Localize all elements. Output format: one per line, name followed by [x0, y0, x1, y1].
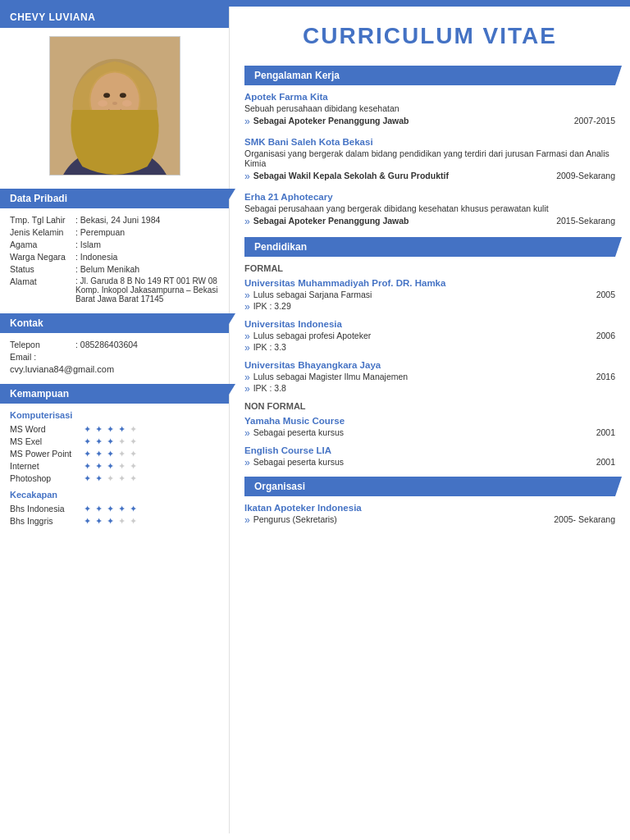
edu-item-1: Universitas Muhammadiyah Prof. DR. Hamka… — [244, 278, 615, 313]
company-3-name: Erha 21 Aphotecary — [244, 192, 615, 202]
skill-bhs-indonesia-label: Bhs Indonesia — [10, 504, 84, 514]
pengalaman-header: Pengalaman Kerja — [244, 66, 615, 85]
edu-row-1a: » Lulus sebagai Sarjana Farmasi 2005 — [244, 290, 615, 301]
svg-point-6 — [119, 93, 126, 98]
svg-point-8 — [98, 100, 107, 107]
status-row: Status : Belum Menikah — [10, 264, 219, 274]
star-icon: ✦ — [130, 516, 139, 526]
job-left-3: » Sebagai Apoteker Penanggung Jawab — [244, 216, 409, 227]
star-icon: ✦ — [84, 504, 94, 514]
nonformal-item-2: English Course LIA » Sebagai peserta kur… — [244, 445, 615, 468]
arrow-icon: » — [244, 290, 250, 301]
edu-left-3a: » Lulus sebagai Magister Ilmu Manajemen — [244, 372, 408, 383]
star-icon: ✦ — [107, 449, 116, 459]
skill-msexel-stars: ✦ ✦ ✦ ✦ ✦ — [84, 436, 139, 446]
job-row-3: » Sebagai Apoteker Penanggung Jawab 2015… — [244, 216, 615, 227]
star-icon: ✦ — [95, 436, 105, 446]
nonformal-row-2: » Sebagai peserta kursus 2001 — [244, 457, 615, 468]
pendidikan-section: FORMAL Universitas Muhammadiyah Prof. DR… — [230, 263, 630, 468]
skill-msexel-label: MS Exel — [10, 436, 84, 446]
komputerisasi-title: Komputerisasi — [10, 410, 219, 420]
uni-1-name: Universitas Muhammadiyah Prof. DR. Hamka — [244, 278, 615, 288]
skill-bhs-inggris: Bhs Inggris ✦ ✦ ✦ ✦ ✦ — [10, 516, 219, 526]
arrow-icon: » — [244, 383, 250, 395]
job-left-2: » Sebagai Wakil Kepala Sekolah & Guru Pr… — [244, 171, 449, 182]
arrow-icon: » — [244, 216, 250, 227]
nationality-value: : Indonesia — [75, 252, 219, 262]
edu-item-2: Universitas Indonesia » Lulus sebagai pr… — [244, 319, 615, 354]
svg-point-5 — [103, 93, 110, 98]
course-1-year: 2001 — [588, 427, 615, 437]
skill-photoshop-stars: ✦ ✦ ✦ ✦ ✦ — [84, 473, 139, 483]
kontak-content: Telepon : 085286403604 Email : cvy.luvia… — [0, 340, 229, 374]
edu-year-2: 2006 — [588, 331, 615, 340]
star-icon: ✦ — [107, 473, 116, 483]
nonformal-left-1: » Sebagai peserta kursus — [244, 427, 344, 439]
skill-internet-stars: ✦ ✦ ✦ ✦ ✦ — [84, 461, 139, 471]
skill-msword-label: MS Word — [10, 424, 84, 434]
star-icon: ✦ — [84, 436, 94, 446]
birth-row: Tmp. Tgl Lahir : Bekasi, 24 Juni 1984 — [10, 215, 219, 225]
skill-photoshop-label: Photoshop — [10, 473, 84, 483]
edu-degree-1: Lulus sebagai Sarjana Farmasi — [253, 290, 372, 299]
arrow-icon: » — [244, 171, 250, 182]
course-2-year: 2001 — [588, 457, 615, 467]
skill-powerpoint-label: MS Power Point — [10, 449, 84, 459]
pengalaman-section: Apotek Farma Kita Sebuah perusahaan dibi… — [230, 92, 630, 227]
nationality-label: Warga Negara — [10, 252, 75, 262]
cv-title-bar: CURRICULUM VITAE — [230, 7, 630, 57]
nonformal-row-1: » Sebagai peserta kursus 2001 — [244, 427, 615, 439]
org-role-1: Pengurus (Sekretaris) — [253, 514, 337, 524]
star-icon: ✦ — [118, 461, 128, 471]
edu-row-3a: » Lulus sebagai Magister Ilmu Manajemen … — [244, 372, 615, 383]
star-icon: ✦ — [118, 449, 128, 459]
edu-left-2a: » Lulus sebagai profesi Apoteker — [244, 331, 371, 342]
org-item-1: Ikatan Apoteker Indonesia » Pengurus (Se… — [244, 503, 615, 526]
organisasi-header: Organisasi — [244, 477, 615, 496]
top-bar — [0, 0, 630, 7]
religion-label: Agama — [10, 240, 75, 249]
star-icon: ✦ — [130, 424, 139, 434]
skill-internet-label: Internet — [10, 461, 84, 471]
email-row: Email : — [10, 352, 219, 362]
skill-powerpoint-stars: ✦ ✦ ✦ ✦ ✦ — [84, 449, 139, 459]
arrow-icon: » — [244, 427, 250, 439]
pendidikan-header: Pendidikan — [244, 237, 615, 257]
birth-label: Tmp. Tgl Lahir — [10, 215, 75, 225]
company-1-name: Apotek Farma Kita — [244, 92, 615, 102]
company-2-name: SMK Bani Saleh Kota Bekasi — [244, 137, 615, 147]
star-icon: ✦ — [107, 516, 116, 526]
course-2-desc: Sebagai peserta kursus — [253, 457, 344, 467]
status-value: : Belum Menikah — [75, 264, 219, 274]
skill-msword: MS Word ✦ ✦ ✦ ✦ ✦ — [10, 424, 219, 434]
religion-value: : Islam — [75, 240, 219, 249]
job-year-3: 2015-Sekarang — [548, 216, 615, 226]
job-title-1: Sebagai Apoteker Penanggung Jawab — [253, 116, 409, 126]
company-2-desc: Organisasi yang bergerak dalam bidang pe… — [244, 148, 615, 168]
star-icon: ✦ — [130, 449, 139, 459]
profile-photo — [49, 36, 180, 176]
svg-point-7 — [112, 102, 117, 105]
gender-value: : Perempuan — [75, 227, 219, 237]
kemampuan-header: Kemampuan — [0, 384, 229, 404]
star-icon: ✦ — [107, 424, 116, 434]
arrow-icon: » — [244, 372, 250, 383]
org-year-1: 2005- Sekarang — [546, 514, 615, 524]
star-icon: ✦ — [95, 449, 105, 459]
edu-row-2a: » Lulus sebagai profesi Apoteker 2006 — [244, 331, 615, 342]
address-value: : Jl. Garuda 8 B No 149 RT 001 RW 08 Kom… — [75, 276, 219, 304]
nationality-row: Warga Negara : Indonesia — [10, 252, 219, 262]
star-icon: ✦ — [95, 473, 105, 483]
edu-row-3b: » IPK : 3.8 — [244, 383, 615, 395]
job-title-2: Sebagai Wakil Kepala Sekolah & Guru Prod… — [253, 171, 449, 180]
star-icon: ✦ — [84, 449, 94, 459]
edu-degree-3: Lulus sebagai Magister Ilmu Manajemen — [253, 372, 409, 381]
star-icon: ✦ — [95, 424, 105, 434]
arrow-icon: » — [244, 514, 250, 526]
star-icon: ✦ — [84, 424, 94, 434]
job-year-1: 2007-2015 — [566, 116, 615, 126]
org-row-1: » Pengurus (Sekretaris) 2005- Sekarang — [244, 514, 615, 526]
photo-container — [0, 36, 229, 176]
skill-photoshop: Photoshop ✦ ✦ ✦ ✦ ✦ — [10, 473, 219, 483]
data-pribadi-header: Data Pribadi — [0, 189, 229, 208]
